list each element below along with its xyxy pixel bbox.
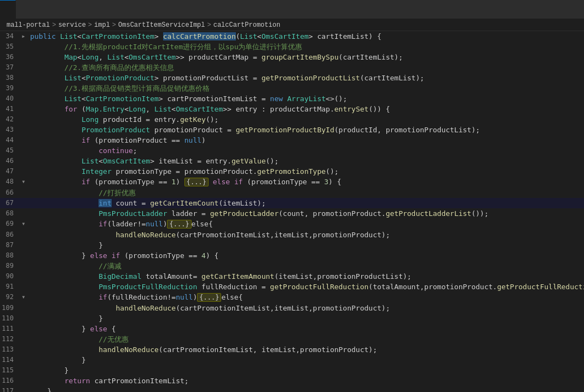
- line-number: 38: [0, 73, 19, 83]
- gutter-cell: [19, 313, 28, 324]
- line-number: 36: [0, 52, 19, 62]
- token-plain: [30, 293, 99, 301]
- token-plain: [30, 377, 65, 385]
- token-plain: [209, 178, 213, 186]
- table-row: 36 Map<Long, List<OmsCartItem>> productC…: [0, 52, 584, 62]
- token-plain: [30, 283, 99, 291]
- token-op: (promotionType ==: [90, 178, 172, 186]
- token-type: OmsCartItem: [103, 157, 150, 165]
- token-op: >> entry : productCartMap.: [223, 105, 334, 113]
- token-op: count =: [112, 199, 150, 207]
- breadcrumb-sep-3: >: [207, 21, 211, 29]
- token-type: List: [154, 105, 171, 113]
- token-op: (cartItemList);: [360, 74, 424, 82]
- token-fn: getPromotionType: [257, 167, 326, 175]
- token-op: }: [30, 387, 51, 392]
- token-kw: null: [176, 293, 193, 301]
- token-comment: //3.根据商品促销类型计算商品促销优惠价格: [30, 84, 210, 92]
- token-op: <: [124, 53, 129, 61]
- line-number: 42: [0, 114, 19, 125]
- token-op: <: [99, 157, 103, 165]
- token-fn: getProductFullReduction: [270, 283, 368, 291]
- code-cell: PromotionProduct promotionProduct = getP…: [28, 125, 584, 135]
- token-op: }: [30, 366, 68, 375]
- code-cell: //1.先根据productId对CartItem进行分组，以spu为单位进行计…: [28, 42, 584, 52]
- code-cell: }: [28, 386, 584, 392]
- table-row: 40 List<CartPromotionItem> cartPromotion…: [0, 93, 584, 104]
- table-row: 44 if (promotionProduct == null): [0, 135, 584, 145]
- code-cell: continue;: [28, 145, 584, 156]
- breadcrumb-sep-2: >: [112, 21, 116, 29]
- gutter-cell[interactable]: ▼: [19, 177, 28, 188]
- collapsed-block[interactable]: {...}: [184, 178, 209, 186]
- table-row: 110 }: [0, 313, 584, 324]
- gutter-cell: [19, 114, 28, 125]
- token-fn: getValue: [232, 157, 266, 165]
- line-number: 89: [0, 261, 19, 271]
- line-number: 110: [0, 313, 19, 324]
- token-op: ()) {: [368, 105, 390, 113]
- gutter-cell: [19, 230, 28, 240]
- token-op: productId = entry.: [99, 115, 180, 124]
- collapsed-block[interactable]: {...}: [197, 293, 221, 302]
- token-kw2: if: [82, 136, 90, 144]
- line-number: 113: [0, 344, 19, 355]
- token-type: List: [65, 95, 82, 103]
- line-number: 109: [0, 303, 19, 313]
- line-number: 112: [0, 334, 19, 344]
- token-plain: [30, 304, 116, 312]
- token-kw: int: [99, 199, 111, 207]
- line-number: 67: [0, 198, 19, 208]
- active-tab[interactable]: [0, 0, 16, 19]
- token-op: (totalAmount,promotionProduct.: [368, 283, 497, 291]
- token-op: ) {: [328, 178, 341, 186]
- token-op: (: [77, 105, 86, 113]
- token-type: List: [107, 53, 124, 61]
- gutter-cell[interactable]: ▼: [19, 219, 28, 230]
- token-op: {: [107, 325, 116, 333]
- token-kw2: else: [90, 251, 107, 260]
- collapsed-block[interactable]: {...}: [167, 220, 191, 229]
- token-fn: entrySet: [334, 105, 369, 113]
- line-number: 114: [0, 355, 19, 365]
- token-fn: getCartItemAmount: [201, 272, 274, 280]
- gutter-cell: [19, 104, 28, 114]
- token-type: OmsCartItem: [129, 53, 176, 61]
- token-plain: [30, 115, 82, 124]
- breadcrumb-part-4: calcCartPromotion: [213, 21, 280, 29]
- line-number: 40: [0, 93, 19, 104]
- gutter-cell[interactable]: ▼: [19, 292, 28, 303]
- token-comment: //2.查询所有商品的优惠相关信息: [30, 63, 174, 72]
- gutter-cell: [19, 208, 28, 219]
- line-number: 91: [0, 282, 19, 292]
- token-op: <: [171, 105, 176, 113]
- token-op: else{: [221, 293, 242, 301]
- token-op: (count, promotionProduct.: [279, 209, 386, 218]
- code-cell: //2.查询所有商品的优惠相关信息: [28, 62, 584, 73]
- code-cell: }: [28, 365, 584, 376]
- token-op: ();: [326, 167, 338, 175]
- token-op: ());: [471, 209, 488, 218]
- token-fn: getPromotionProductList: [262, 74, 360, 82]
- token-op: ,: [146, 105, 154, 113]
- code-cell: }: [28, 355, 584, 365]
- token-type: PromotionProduct: [82, 126, 150, 134]
- line-number: 46: [0, 156, 19, 166]
- gutter-cell: [19, 303, 28, 313]
- code-cell: Long productId = entry.getKey();: [28, 114, 584, 125]
- gutter-cell[interactable]: ▶: [19, 31, 28, 42]
- line-number: 111: [0, 324, 19, 334]
- token-plain: [30, 53, 65, 61]
- token-plain: [30, 74, 65, 82]
- table-row: 34▶public List<CartPromotionItem> calcCa…: [0, 31, 584, 42]
- token-type: List: [60, 32, 77, 40]
- line-number: 41: [0, 104, 19, 114]
- code-cell: //无优惠: [28, 334, 584, 344]
- token-kw2: if: [112, 251, 120, 260]
- token-op: ();: [206, 115, 218, 124]
- token-type: OmsCartItem: [176, 105, 223, 113]
- token-plain: [30, 199, 99, 207]
- token-op: > promotionProductList =: [154, 74, 262, 82]
- token-plain: [30, 126, 82, 134]
- code-cell: return cartPromotionItemList;: [28, 376, 584, 386]
